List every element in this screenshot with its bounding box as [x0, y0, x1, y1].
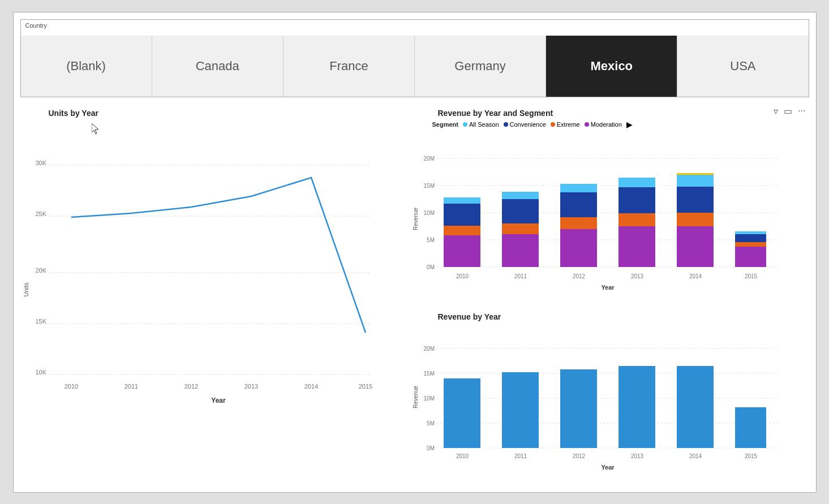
svg-text:2012: 2012	[184, 383, 197, 390]
bar-2012-revenue	[560, 369, 597, 448]
slicer-item-canada[interactable]: Canada	[152, 36, 284, 97]
bar-2010-revenue	[444, 378, 480, 448]
svg-text:10M: 10M	[423, 210, 434, 216]
bar-2013-extreme	[618, 213, 655, 226]
units-by-year-chart: Units by Year Units 30K 25K 20K 15K 10K	[20, 109, 400, 459]
bar-2013-convenience	[618, 187, 655, 213]
bar-2011-revenue	[502, 372, 539, 448]
svg-text:2015: 2015	[744, 453, 757, 459]
svg-text:2013: 2013	[630, 453, 643, 459]
svg-text:20M: 20M	[423, 346, 434, 352]
svg-text:0M: 0M	[427, 445, 435, 451]
svg-text:Units: Units	[23, 282, 29, 296]
bar-2012-moderation	[560, 229, 597, 267]
bar-2015-extreme	[735, 242, 766, 247]
svg-text:2014: 2014	[689, 273, 702, 279]
slicer-item-germany[interactable]: Germany	[415, 36, 546, 97]
svg-text:2010: 2010	[456, 273, 469, 279]
svg-text:0M: 0M	[427, 264, 435, 270]
svg-text:15M: 15M	[423, 183, 434, 189]
slicer-items: (Blank)CanadaFranceGermanyMexicoUSA	[21, 36, 809, 97]
legend-moderation: Moderation	[585, 121, 622, 128]
bar-2011-extreme	[502, 223, 539, 234]
svg-text:Revenue: Revenue	[413, 385, 419, 408]
svg-text:15K: 15K	[35, 318, 46, 325]
bar-2015-allseason	[735, 231, 766, 234]
bar-2013-revenue	[618, 366, 655, 448]
revenue-segment-chart: Revenue by Year and Segment Segment All …	[410, 109, 806, 307]
svg-text:2011: 2011	[124, 383, 138, 390]
bar-2014-allseason	[677, 175, 714, 187]
slicer-item-mexico[interactable]: Mexico	[546, 36, 677, 97]
moderation-dot	[585, 122, 589, 127]
bar-2014-extreme	[677, 213, 714, 226]
legend-convenience: Convenience	[504, 121, 546, 128]
dashboard: Country (Blank)CanadaFranceGermanyMexico…	[13, 12, 817, 493]
legend-next-arrow[interactable]: ▶	[626, 120, 633, 129]
svg-text:5M: 5M	[427, 237, 435, 243]
units-chart-svg: Units 30K 25K 20K 15K 10K 2010 2	[20, 120, 388, 437]
svg-text:2012: 2012	[572, 273, 585, 279]
legend-all-season: All Season	[463, 121, 499, 128]
bar-2012-allseason	[560, 184, 597, 192]
svg-text:Year: Year	[601, 464, 615, 471]
svg-text:2014: 2014	[689, 453, 702, 459]
bar-2013-allseason	[618, 178, 655, 187]
slicer-item-france[interactable]: France	[284, 36, 415, 97]
svg-text:5M: 5M	[427, 420, 435, 427]
country-slicer: Country (Blank)CanadaFranceGermanyMexico…	[20, 19, 809, 97]
revenue-year-chart: Revenue by Year Revenue 20M 15M 10M 5M 0…	[410, 312, 806, 488]
svg-text:Year: Year	[211, 397, 226, 404]
extreme-dot	[551, 122, 555, 127]
svg-text:2012: 2012	[572, 453, 585, 459]
svg-text:2011: 2011	[514, 453, 527, 459]
all-season-dot	[463, 122, 467, 127]
svg-text:Year: Year	[601, 284, 615, 291]
revenue-year-title: Revenue by Year	[438, 312, 806, 321]
svg-text:20M: 20M	[423, 156, 434, 162]
svg-text:15M: 15M	[423, 371, 434, 377]
bar-2011-moderation	[502, 234, 539, 267]
bar-2014-moderation	[677, 226, 714, 267]
bar-2012-extreme	[560, 217, 597, 229]
bar-2013-moderation	[618, 226, 655, 267]
bar-2011-convenience	[502, 199, 539, 223]
bar-2010-convenience	[444, 204, 480, 226]
bar-2010-moderation	[444, 235, 480, 267]
bar-2015-convenience	[735, 234, 766, 242]
extreme-label: Extreme	[557, 121, 580, 128]
bar-2014-other	[677, 173, 714, 175]
svg-text:2014: 2014	[304, 383, 317, 390]
revenue-segment-legend: Segment All Season Convenience Extreme M…	[432, 120, 806, 129]
slicer-item-usa[interactable]: USA	[677, 36, 808, 97]
svg-text:2013: 2013	[630, 273, 643, 279]
bar-2015-moderation	[735, 247, 766, 267]
bar-2010-allseason	[444, 197, 480, 204]
bar-2015-revenue	[735, 407, 766, 448]
revenue-year-svg: Revenue 20M 15M 10M 5M 0M	[410, 324, 794, 476]
svg-text:2011: 2011	[514, 273, 527, 279]
legend-extreme: Extreme	[551, 121, 580, 128]
segment-legend-label: Segment	[432, 121, 458, 128]
svg-text:2010: 2010	[456, 453, 469, 459]
svg-text:20K: 20K	[35, 267, 46, 274]
svg-text:25K: 25K	[35, 210, 46, 217]
revenue-segment-svg: Revenue 20M 15M 10M 5M 0M	[410, 131, 794, 298]
svg-text:2015: 2015	[358, 383, 372, 390]
bar-2014-convenience	[677, 187, 714, 213]
bar-2014-revenue	[677, 366, 714, 448]
svg-text:2010: 2010	[64, 383, 78, 390]
svg-text:30K: 30K	[35, 160, 46, 166]
svg-text:Revenue: Revenue	[413, 207, 419, 230]
svg-text:2015: 2015	[744, 273, 757, 279]
moderation-label: Moderation	[591, 121, 622, 128]
bar-2010-extreme	[444, 226, 480, 235]
bar-2011-allseason	[502, 192, 539, 199]
svg-text:10M: 10M	[423, 395, 434, 402]
convenience-label: Convenience	[510, 121, 546, 128]
slicer-item-blank[interactable]: (Blank)	[21, 36, 152, 97]
bar-2012-convenience	[560, 192, 597, 217]
slicer-label: Country	[25, 22, 48, 29]
revenue-segment-title: Revenue by Year and Segment	[438, 109, 806, 118]
convenience-dot	[504, 122, 508, 127]
